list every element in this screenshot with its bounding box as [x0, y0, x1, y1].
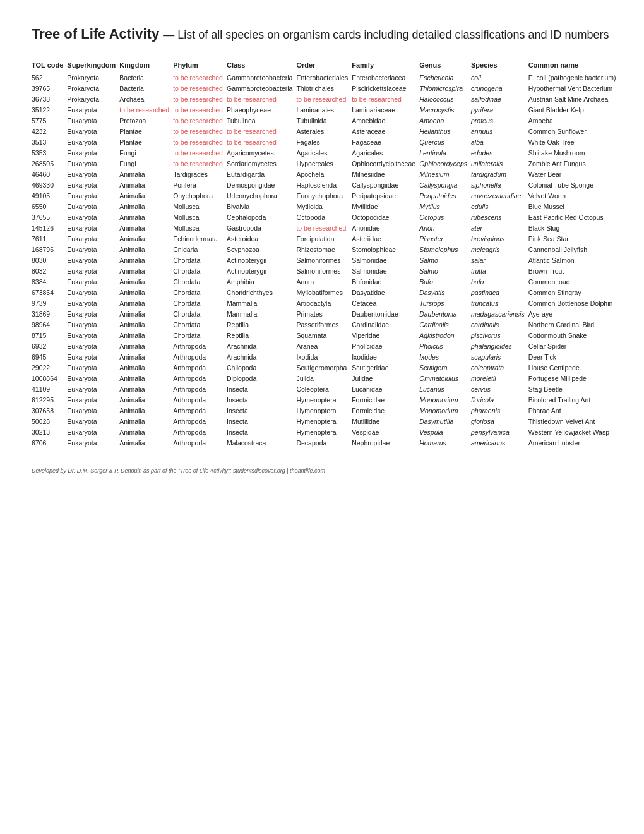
- table-cell: Animalia: [119, 234, 173, 245]
- table-cell: Northern Cardinal Bird: [528, 320, 620, 330]
- table-cell: Primates: [296, 309, 352, 320]
- table-row: 5353EukaryotaFungito be researchedAgaric…: [32, 148, 620, 159]
- table-cell: 50628: [32, 416, 67, 427]
- table-cell: Arachnida: [227, 341, 296, 352]
- table-cell: 36738: [32, 94, 67, 105]
- table-cell: Porifera: [173, 180, 227, 191]
- table-cell: Euonychophora: [296, 191, 352, 202]
- table-cell: Animalia: [119, 363, 173, 373]
- table-cell: Animalia: [119, 277, 173, 287]
- table-cell: 8030: [32, 255, 67, 266]
- table-cell: 49105: [32, 191, 67, 202]
- table-cell: edodes: [471, 148, 528, 159]
- table-cell: proteus: [471, 116, 528, 126]
- table-cell: Asterales: [296, 126, 352, 137]
- table-cell: Agaricales: [352, 148, 419, 159]
- table-cell: Portugese Millipede: [528, 373, 620, 384]
- table-cell: Callyspongiidae: [352, 180, 419, 191]
- table-cell: Insecta: [227, 416, 296, 427]
- table-cell: Chilopoda: [227, 363, 296, 373]
- table-cell: to be researched: [227, 137, 296, 148]
- table-cell: Arionidae: [352, 223, 419, 234]
- table-cell: Ophiocordycipitaceae: [352, 159, 419, 169]
- table-row: 673854EukaryotaAnimaliaChordataChondrich…: [32, 287, 620, 298]
- table-row: 6550EukaryotaAnimaliaMolluscaBivalviaMyt…: [32, 202, 620, 212]
- column-header: Superkingdom: [67, 59, 119, 73]
- table-cell: Bacteria: [119, 83, 173, 94]
- table-cell: Bicolored Trailing Ant: [528, 395, 620, 406]
- table-cell: Prokaryota: [67, 73, 119, 83]
- table-cell: Arthropoda: [173, 427, 227, 438]
- table-cell: Viperidae: [352, 330, 419, 341]
- table-cell: Western Yellowjacket Wasp: [528, 427, 620, 438]
- table-cell: Rhizostomae: [296, 245, 352, 255]
- table-cell: Apochela: [296, 169, 352, 180]
- table-cell: Chordata: [173, 266, 227, 277]
- table-cell: coleoptrata: [471, 363, 528, 373]
- table-cell: Archaea: [119, 94, 173, 105]
- table-cell: salar: [471, 255, 528, 266]
- table-cell: Ommatoiulus: [419, 373, 471, 384]
- table-cell: Mammalia: [227, 309, 296, 320]
- table-cell: 6945: [32, 352, 67, 363]
- table-cell: Scutigeridae: [352, 363, 419, 373]
- table-cell: Arthropoda: [173, 416, 227, 427]
- table-cell: floricola: [471, 395, 528, 406]
- table-cell: Prokaryota: [67, 94, 119, 105]
- table-cell: 98964: [32, 320, 67, 330]
- table-row: 8384EukaryotaAnimaliaChordataAmphibiaAnu…: [32, 277, 620, 287]
- table-cell: Salmonidae: [352, 255, 419, 266]
- table-cell: Aranea: [296, 341, 352, 352]
- table-cell: Protozoa: [119, 116, 173, 126]
- table-cell: Animalia: [119, 330, 173, 341]
- table-cell: Cellar Spider: [528, 341, 620, 352]
- table-cell: Laminariaceae: [352, 105, 419, 116]
- table-cell: Chondrichthyes: [227, 287, 296, 298]
- table-cell: to be researched: [173, 94, 227, 105]
- table-cell: Mammalia: [227, 298, 296, 309]
- table-cell: Formicidae: [352, 406, 419, 416]
- table-cell: scapularis: [471, 352, 528, 363]
- table-cell: Agaricales: [296, 148, 352, 159]
- table-row: 98964EukaryotaAnimaliaChordataReptiliaPa…: [32, 320, 620, 330]
- table-cell: Black Slug: [528, 223, 620, 234]
- species-table: TOL codeSuperkingdomKingdomPhylumClassOr…: [32, 59, 620, 449]
- table-cell: to be researched: [296, 223, 352, 234]
- table-cell: Animalia: [119, 298, 173, 309]
- table-cell: Helianthus: [419, 126, 471, 137]
- table-cell: Eukaryota: [67, 406, 119, 416]
- table-cell: Chordata: [173, 330, 227, 341]
- table-cell: 29022: [32, 363, 67, 373]
- table-row: 562ProkaryotaBacteriato be researchedGam…: [32, 73, 620, 83]
- table-cell: Arthropoda: [173, 373, 227, 384]
- table-cell: Hymenoptera: [296, 406, 352, 416]
- table-cell: cervus: [471, 384, 528, 395]
- table-cell: Pharao Ant: [528, 406, 620, 416]
- table-row: 145126EukaryotaAnimaliaMolluscaGastropod…: [32, 223, 620, 234]
- table-cell: Eukaryota: [67, 309, 119, 320]
- table-cell: brevispinus: [471, 234, 528, 245]
- table-cell: 7611: [32, 234, 67, 245]
- table-cell: Fungi: [119, 159, 173, 169]
- table-cell: Eukaryota: [67, 277, 119, 287]
- table-cell: 8032: [32, 266, 67, 277]
- table-cell: Laminariales: [296, 105, 352, 116]
- table-cell: Asteroidea: [227, 234, 296, 245]
- table-row: 30213EukaryotaAnimaliaArthropodaInsectaH…: [32, 427, 620, 438]
- table-cell: Sordariomycetes: [227, 159, 296, 169]
- table-cell: 307658: [32, 406, 67, 416]
- table-row: 8715EukaryotaAnimaliaChordataReptiliaSqu…: [32, 330, 620, 341]
- table-cell: Animalia: [119, 373, 173, 384]
- table-cell: Common Stingray: [528, 287, 620, 298]
- table-cell: Eukaryota: [67, 169, 119, 180]
- table-cell: Cephalopoda: [227, 212, 296, 223]
- table-cell: Insecta: [227, 395, 296, 406]
- table-cell: 6932: [32, 341, 67, 352]
- table-cell: novaezealandiae: [471, 191, 528, 202]
- table-cell: Prokaryota: [67, 83, 119, 94]
- table-cell: Hymenoptera: [296, 395, 352, 406]
- table-cell: Milnesium: [419, 169, 471, 180]
- table-cell: Eukaryota: [67, 223, 119, 234]
- table-cell: piscivorus: [471, 330, 528, 341]
- table-cell: Eukaryota: [67, 384, 119, 395]
